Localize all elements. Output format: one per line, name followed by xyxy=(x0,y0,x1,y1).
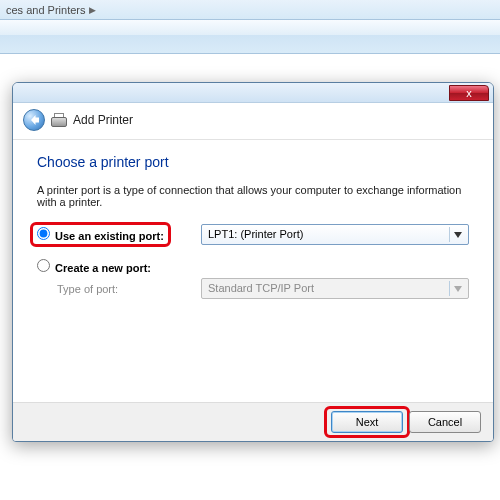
cancel-button[interactable]: Cancel xyxy=(409,411,481,433)
back-button[interactable] xyxy=(23,109,45,131)
new-port-type-select: Standard TCP/IP Port xyxy=(201,278,469,299)
existing-port-select[interactable]: LPT1: (Printer Port) xyxy=(201,224,469,245)
dialog-header: Add Printer xyxy=(13,103,493,140)
explorer-toolbar xyxy=(0,20,500,54)
existing-port-value: LPT1: (Printer Port) xyxy=(208,228,303,240)
chevron-down-icon xyxy=(449,281,466,296)
explorer-breadcrumb: ces and Printers ▶ xyxy=(0,0,500,20)
page-description: A printer port is a type of connection t… xyxy=(37,184,469,208)
new-port-type-label: Type of port: xyxy=(57,283,191,295)
page-heading: Choose a printer port xyxy=(37,154,469,170)
close-button[interactable]: x xyxy=(449,85,489,101)
next-button[interactable]: Next xyxy=(331,411,403,433)
option-new-port-type-row: Type of port: Standard TCP/IP Port xyxy=(37,278,469,299)
option-existing-port-row: Use an existing port: LPT1: (Printer Por… xyxy=(37,224,469,245)
new-port-type-value: Standard TCP/IP Port xyxy=(208,282,314,294)
radio-new-port-label: Create a new port: xyxy=(55,262,151,274)
chevron-down-icon xyxy=(449,227,466,242)
option-new-port-row: Create a new port: xyxy=(37,259,469,274)
radio-existing-port-input[interactable] xyxy=(37,227,50,240)
arrow-left-icon xyxy=(28,114,40,126)
dialog-title: Add Printer xyxy=(73,113,133,127)
radio-new-port-input[interactable] xyxy=(37,259,50,272)
radio-existing-port[interactable]: Use an existing port: xyxy=(37,230,164,242)
radio-existing-port-label: Use an existing port: xyxy=(55,230,164,242)
breadcrumb-separator-icon: ▶ xyxy=(89,5,96,15)
highlight-existing-port: Use an existing port: xyxy=(30,222,171,247)
breadcrumb-segment: ces and Printers xyxy=(6,4,85,16)
add-printer-dialog: x Add Printer Choose a printer port A pr… xyxy=(12,82,494,442)
dialog-titlebar: x xyxy=(13,83,493,103)
printer-icon xyxy=(51,113,67,127)
radio-new-port[interactable]: Create a new port: xyxy=(37,259,151,274)
dialog-content: Choose a printer port A printer port is … xyxy=(13,140,493,402)
dialog-footer: Next Cancel xyxy=(13,402,493,441)
highlight-next-button: Next xyxy=(324,406,410,438)
